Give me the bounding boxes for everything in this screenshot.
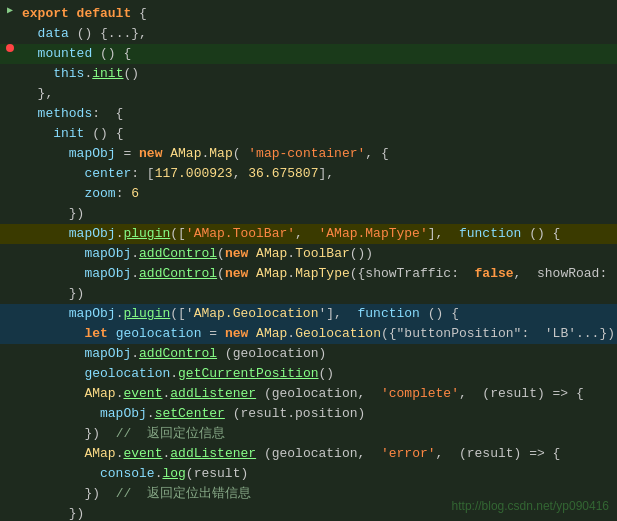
identifier: geolocation xyxy=(84,366,170,381)
property-underline: addListener xyxy=(170,386,256,401)
identifier: mapObj xyxy=(69,306,116,321)
code-text: center: [117.000923, 36.675807], xyxy=(20,164,617,184)
code-text: }) xyxy=(20,204,617,224)
code-text: geolocation.getCurrentPosition() xyxy=(20,364,617,384)
class-name: AMap xyxy=(84,446,115,461)
code-text: console.log(result) xyxy=(20,464,617,484)
punctuation: { xyxy=(131,6,147,21)
punctuation: . xyxy=(170,366,178,381)
property-underline: getCurrentPosition xyxy=(178,366,318,381)
punctuation: ( xyxy=(217,246,225,261)
punctuation: ([ xyxy=(170,226,186,241)
property-underline: init xyxy=(92,66,123,81)
number-literal: 36.675807 xyxy=(248,166,318,181)
property-underline: log xyxy=(162,466,185,481)
identifier: zoom xyxy=(84,186,115,201)
number-literal: 6 xyxy=(131,186,139,201)
punctuation: ({"buttonPosition": 'LB'...}) xyxy=(381,326,615,341)
code-text: let geolocation = new AMap.Geolocation({… xyxy=(20,324,617,344)
function-keyword: function xyxy=(459,226,521,241)
code-text: export default { xyxy=(20,4,617,24)
property-underline: addControl xyxy=(139,246,217,261)
punctuation: (geolocation) xyxy=(217,346,326,361)
code-text: mapObj.addControl(new AMap.MapType({show… xyxy=(20,264,617,284)
punctuation: (result) xyxy=(186,466,248,481)
code-line: init () { xyxy=(0,124,617,144)
code-line: mapObj.plugin(['AMap.ToolBar', 'AMap.Map… xyxy=(0,224,617,244)
code-line: AMap.event.addListener (geolocation, 'co… xyxy=(0,384,617,404)
code-text: }) xyxy=(20,284,617,304)
identifier: center xyxy=(84,166,131,181)
code-editor: ▶export default { data () {...}, mounted… xyxy=(0,0,617,521)
string-literal: 'complete' xyxy=(381,386,459,401)
code-line: center: [117.000923, 36.675807], xyxy=(0,164,617,184)
string-literal: 'map-container' xyxy=(248,146,365,161)
keyword: new xyxy=(225,246,248,261)
punctuation xyxy=(248,266,256,281)
code-text: mapObj.addControl (geolocation) xyxy=(20,344,617,364)
code-text: mapObj.plugin(['AMap.ToolBar', 'AMap.Map… xyxy=(20,224,617,244)
code-line: mounted () { xyxy=(0,44,617,64)
code-text: AMap.event.addListener (geolocation, 'er… xyxy=(20,444,617,464)
code-line: mapObj = new AMap.Map( 'map-container', … xyxy=(0,144,617,164)
code-text: methods: { xyxy=(20,104,617,124)
code-line: this.init() xyxy=(0,64,617,84)
code-text: mounted () { xyxy=(20,44,617,64)
punctuation: . xyxy=(131,346,139,361)
identifier: this xyxy=(53,66,84,81)
punctuation: : [ xyxy=(131,166,154,181)
watermark: http://blog.csdn.net/yp090416 xyxy=(452,499,609,513)
punctuation: , (result) => { xyxy=(459,386,584,401)
identifier: mapObj xyxy=(69,146,116,161)
class-name: AMap xyxy=(84,386,115,401)
code-text: data () {...}, xyxy=(20,24,617,44)
class-name: AMap xyxy=(170,146,201,161)
punctuation: () { xyxy=(84,126,123,141)
code-text: zoom: 6 xyxy=(20,184,617,204)
code-text: init () { xyxy=(20,124,617,144)
punctuation: ], xyxy=(318,166,334,181)
identifier: mapObj xyxy=(84,346,131,361)
keyword: let xyxy=(84,326,107,341)
punctuation: . xyxy=(287,266,295,281)
identifier: mounted xyxy=(38,46,93,61)
identifier: console xyxy=(100,466,155,481)
string-literal: 'AMap.ToolBar' xyxy=(186,226,295,241)
punctuation: }, xyxy=(38,86,54,101)
class-name: AMap xyxy=(256,266,287,281)
code-text: }) // 返回定位信息 xyxy=(20,424,617,444)
identifier: geolocation xyxy=(116,326,202,341)
class-name: AMap xyxy=(256,326,287,341)
punctuation: '], xyxy=(318,306,357,321)
property-underline: addListener xyxy=(170,446,256,461)
gutter-cell xyxy=(0,44,20,52)
class-name: MapType xyxy=(295,266,350,281)
code-line: mapObj.addControl(new AMap.ToolBar()) xyxy=(0,244,617,264)
code-text: mapObj.setCenter (result.position) xyxy=(20,404,617,424)
class-name: ToolBar xyxy=(295,246,350,261)
code-line: zoom: 6 xyxy=(0,184,617,204)
function-keyword: function xyxy=(358,306,420,321)
code-line: geolocation.getCurrentPosition() xyxy=(0,364,617,384)
code-line: }) xyxy=(0,204,617,224)
punctuation: : { xyxy=(92,106,123,121)
comment: // 返回定位出错信息 xyxy=(116,486,251,501)
property-underline: plugin xyxy=(123,306,170,321)
code-text: AMap.event.addListener (geolocation, 'co… xyxy=(20,384,617,404)
property-underline: setCenter xyxy=(155,406,225,421)
punctuation: , xyxy=(295,226,318,241)
punctuation: , { xyxy=(365,146,388,161)
code-line: }, xyxy=(0,84,617,104)
punctuation: }) xyxy=(69,286,85,301)
class-name: AMap xyxy=(256,246,287,261)
code-line: data () {...}, xyxy=(0,24,617,44)
class-name: AMap.Geolocation xyxy=(194,306,319,321)
code-line: ▶export default { xyxy=(0,4,617,24)
gutter-cell: ▶ xyxy=(0,4,20,16)
punctuation: , xyxy=(233,166,249,181)
punctuation xyxy=(248,326,256,341)
punctuation: : xyxy=(116,186,132,201)
code-line: mapObj.plugin(['AMap.Geolocation'], func… xyxy=(0,304,617,324)
code-text: mapObj = new AMap.Map( 'map-container', … xyxy=(20,144,617,164)
property-underline: addControl xyxy=(139,346,217,361)
